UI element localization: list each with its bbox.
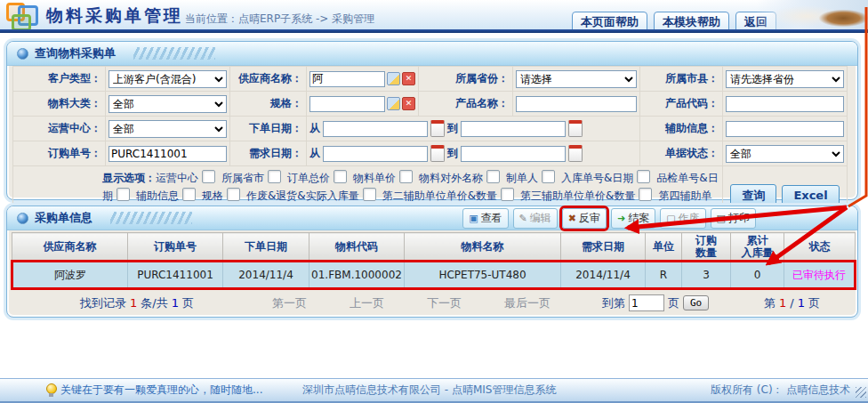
handshake-image bbox=[757, 0, 868, 29]
calendar-icon[interactable] bbox=[568, 145, 583, 162]
close-case-icon: ➜ bbox=[617, 214, 625, 223]
material-category-label: 物料大类： bbox=[13, 92, 106, 117]
display-option-checkbox[interactable] bbox=[637, 170, 650, 183]
display-option-label: 第二辅助单位单价&数量 bbox=[382, 189, 520, 202]
prev-page-link[interactable]: 上一页 bbox=[350, 295, 384, 311]
display-option-checkbox[interactable] bbox=[639, 188, 652, 201]
display-option-checkbox[interactable] bbox=[117, 188, 130, 201]
goto-suffix: 页 bbox=[668, 295, 679, 311]
toolbar-void-button: ▢作废 bbox=[660, 208, 705, 229]
table-cell: PURC1411001 bbox=[128, 262, 223, 289]
order-no-label: 订购单号： bbox=[13, 141, 106, 166]
product-name-label: 产品名称： bbox=[419, 92, 513, 117]
table-row[interactable]: 阿波罗PURC14110012014/11/401.FBM.1000002HCP… bbox=[12, 262, 856, 289]
top-header: 物料采购单管理 当前位置：点晴ERP子系统 -> 采购管理 本页面帮助 本模块帮… bbox=[0, 0, 868, 29]
aux-info-label: 辅助信息： bbox=[640, 117, 723, 141]
display-option-checkbox[interactable] bbox=[486, 170, 500, 183]
clear-field-icon[interactable] bbox=[402, 97, 415, 110]
table-cell: R bbox=[646, 262, 682, 289]
column-header: 下单日期 bbox=[223, 233, 309, 262]
edit-field-icon[interactable] bbox=[387, 97, 400, 110]
breadcrumb: 当前位置：点晴ERP子系统 -> 采购管理 bbox=[185, 12, 374, 27]
display-option-checkbox[interactable] bbox=[501, 188, 514, 201]
product-code-input[interactable] bbox=[726, 96, 844, 112]
orders-table-body: 阿波罗PURC14110012014/11/401.FBM.1000002HCP… bbox=[12, 262, 856, 289]
search-button[interactable]: 查询 bbox=[730, 184, 776, 207]
display-option-label: 辅助信息 bbox=[136, 189, 202, 202]
go-button[interactable]: Go bbox=[683, 295, 709, 310]
calendar-icon[interactable] bbox=[430, 145, 445, 162]
display-option-label: 订单总价 bbox=[287, 172, 353, 184]
table-cell: 3 bbox=[682, 262, 731, 289]
display-option-checkbox[interactable] bbox=[268, 170, 281, 183]
toolbar-view-button[interactable]: ▣查看 bbox=[462, 208, 508, 229]
calendar-icon[interactable] bbox=[568, 120, 583, 137]
display-option-label: 作废&退货&实际入库量 bbox=[246, 189, 382, 202]
spec-input[interactable] bbox=[309, 96, 385, 112]
last-page-link[interactable]: 最后一页 bbox=[504, 295, 551, 311]
op-center-select[interactable]: 全部 bbox=[108, 120, 227, 138]
product-name-input[interactable] bbox=[516, 96, 637, 112]
doc-status-label: 单据状态： bbox=[640, 141, 723, 166]
toolbar-reaudit-button[interactable]: ✖反审 bbox=[562, 208, 607, 229]
order-date-to-input[interactable] bbox=[461, 121, 566, 137]
clear-field-icon[interactable] bbox=[402, 72, 415, 85]
page-label: 页 bbox=[182, 295, 194, 311]
column-header: 物料代码 bbox=[309, 233, 405, 262]
material-category-select[interactable]: 全部 bbox=[108, 95, 227, 113]
toolbar-close-case-button[interactable]: ➜结案 bbox=[611, 208, 655, 229]
current-page-indicator: 第1/1页 bbox=[764, 295, 820, 311]
display-option-checkbox[interactable] bbox=[399, 170, 413, 183]
demand-date-label: 需求日期： bbox=[230, 141, 307, 166]
toolbar-edit-button: ✎编辑 bbox=[513, 208, 558, 229]
display-option-checkbox[interactable] bbox=[334, 170, 347, 183]
query-panel-header: 查询物料采购单 bbox=[7, 42, 857, 66]
edit-field-icon[interactable] bbox=[387, 72, 400, 85]
column-header: 状态 bbox=[784, 233, 856, 262]
view-icon: ▣ bbox=[469, 214, 478, 223]
order-no-input[interactable] bbox=[108, 146, 227, 162]
display-option-checkbox[interactable] bbox=[542, 170, 555, 183]
toolbar-print-button[interactable]: ▤打印 bbox=[711, 208, 756, 229]
demand-date-from-input[interactable] bbox=[323, 146, 428, 162]
goto-page-input[interactable] bbox=[629, 294, 664, 311]
display-option-checkbox[interactable] bbox=[363, 188, 376, 201]
header-divider bbox=[0, 29, 868, 33]
display-option-checkbox[interactable] bbox=[202, 170, 215, 183]
doc-status-select[interactable]: 全部 bbox=[726, 145, 844, 163]
table-cell: 0 bbox=[731, 262, 784, 289]
supplier-input[interactable] bbox=[309, 71, 385, 87]
excel-export-button[interactable]: Excel bbox=[782, 185, 839, 206]
table-cell: 阿波罗 bbox=[12, 262, 128, 289]
next-page-link[interactable]: 下一页 bbox=[427, 295, 462, 311]
table-cell: 01.FBM.1000002 bbox=[309, 262, 405, 289]
first-page-link[interactable]: 第一页 bbox=[272, 295, 307, 311]
copyright-text: 版权所有 (C)： 点晴信息技术 bbox=[711, 383, 850, 398]
query-panel-title: 查询物料采购单 bbox=[35, 45, 116, 61]
column-header: 订购单号 bbox=[128, 233, 223, 262]
order-date-label: 下单日期： bbox=[230, 117, 307, 141]
to-label: 到 bbox=[447, 121, 458, 136]
stripes-decoration bbox=[133, 47, 215, 60]
calendar-icon[interactable] bbox=[430, 120, 445, 137]
page-count: 1 bbox=[172, 296, 179, 310]
orders-panel: 采购单信息 ▣查看✎编辑✖反审➜结案▢作废▤打印 供应商名称订购单号下单日期物料… bbox=[6, 206, 858, 318]
tip-bulb-icon bbox=[46, 383, 56, 397]
order-date-from-input[interactable] bbox=[323, 121, 428, 137]
print-icon: ▤ bbox=[717, 214, 726, 223]
customer-type-select[interactable]: 上游客户(含混合) bbox=[108, 70, 227, 88]
bullet-icon bbox=[17, 48, 28, 60]
display-option-checkbox[interactable] bbox=[182, 188, 196, 201]
city-select[interactable]: 请先选择省份 bbox=[726, 70, 844, 88]
column-header: 订购 数量 bbox=[682, 233, 731, 262]
column-header: 单位 bbox=[646, 233, 682, 262]
province-select[interactable]: 请选择 bbox=[516, 70, 637, 88]
orders-panel-title: 采购单信息 bbox=[35, 210, 92, 226]
display-option-checkbox[interactable] bbox=[227, 188, 240, 201]
orders-table: 供应商名称订购单号下单日期物料代码物料名称需求日期单位订购 数量累计 入库量状态… bbox=[11, 232, 856, 290]
display-option-label: 第三辅助单位单价&数量 bbox=[520, 189, 658, 202]
void-icon: ▢ bbox=[666, 214, 675, 223]
aux-info-input[interactable] bbox=[726, 121, 844, 137]
orders-table-head-row: 供应商名称订购单号下单日期物料代码物料名称需求日期单位订购 数量累计 入库量状态 bbox=[12, 233, 856, 262]
demand-date-to-input[interactable] bbox=[461, 146, 566, 162]
